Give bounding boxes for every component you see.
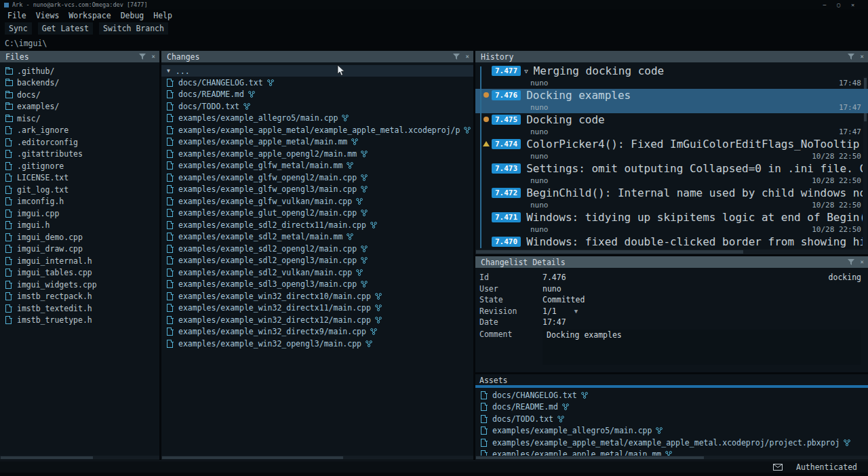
toolbar-button[interactable]: Switch Branch — [99, 22, 168, 35]
menu-item[interactable]: Views — [31, 11, 64, 20]
file-tree-item[interactable]: imgui_draw.cpp — [0, 243, 159, 256]
file-type-icon — [5, 197, 13, 205]
file-tree-item[interactable]: imstb_truetype.h — [0, 315, 159, 327]
file-tree-item[interactable]: .ark_ignore — [0, 125, 159, 137]
changed-file-name: examples/example_glfw_opengl3/main.cpp — [178, 184, 357, 194]
file-tree-item[interactable]: examples/ — [0, 101, 159, 113]
changed-file-row[interactable]: docs/TODO.txt — [161, 100, 473, 113]
file-tree-item[interactable]: imconfig.h — [0, 196, 159, 208]
filter-icon[interactable] — [848, 259, 854, 265]
asset-row[interactable]: docs/README.md — [475, 401, 868, 414]
commit-row[interactable]: 7.477 ▽ Merging docking code nuno 17:48 — [475, 64, 868, 89]
file-tree-item[interactable]: imgui_demo.cpp — [0, 231, 159, 243]
file-tree-item[interactable]: .gitignore — [0, 160, 159, 172]
minimize-icon[interactable]: — — [823, 2, 827, 8]
changed-file-row[interactable]: examples/example_win32_directx9/main.cpp — [161, 326, 473, 338]
changed-file-row[interactable]: examples/example_sdl3_opengl3/main.cpp — [161, 279, 473, 291]
file-tree-item[interactable]: .github/ — [0, 65, 159, 77]
close-panel-icon[interactable]: ✕ — [152, 54, 155, 60]
filter-icon[interactable] — [139, 54, 146, 60]
commit-row[interactable]: 7.471 Windows: tidying up skipitems logi… — [475, 211, 868, 235]
assets-hscrollbar[interactable] — [475, 456, 868, 460]
changed-file-row[interactable]: docs/README.md — [161, 89, 473, 101]
commit-graph-marker — [484, 92, 489, 98]
maximize-icon[interactable]: ▢ — [837, 2, 840, 8]
branch-change-icon — [361, 210, 368, 216]
file-tree-item[interactable]: imstb_rectpack.h — [0, 291, 159, 303]
toolbar-button[interactable]: Sync — [5, 22, 32, 35]
menu-item[interactable]: File — [3, 11, 31, 20]
file-tree-item[interactable]: imgui.cpp — [0, 207, 159, 220]
file-tree-item[interactable]: LICENSE.txt — [0, 172, 159, 184]
changed-file-row[interactable]: examples/example_win32_directx10/main.cp… — [161, 290, 473, 302]
document-icon — [481, 415, 488, 423]
close-panel-icon[interactable]: ✕ — [861, 259, 864, 265]
menu-item[interactable]: Help — [149, 11, 177, 20]
changed-file-row[interactable]: examples/example_sdl2_opengl2/main.cpp — [161, 243, 473, 255]
changes-hscrollbar-thumb[interactable] — [162, 456, 343, 459]
changed-file-row[interactable]: examples/example_apple_metal/example_app… — [161, 124, 473, 136]
assets-hscrollbar-thumb[interactable] — [476, 456, 704, 459]
files-hscrollbar-thumb[interactable] — [1, 456, 93, 459]
asset-row[interactable]: docs/CHANGELOG.txt — [475, 389, 868, 401]
menu-item[interactable]: Workspace — [64, 11, 115, 20]
filter-icon[interactable] — [848, 54, 854, 60]
asset-row[interactable]: docs/TODO.txt — [475, 413, 868, 425]
commit-row[interactable]: 7.475 Docking code nuno 17:47 — [475, 113, 868, 138]
close-panel-icon[interactable]: ✕ — [861, 54, 864, 60]
file-tree-item[interactable]: misc/ — [0, 113, 159, 125]
changed-file-row[interactable]: examples/example_sdl2_vulkan/main.cpp — [161, 266, 473, 279]
commit-row[interactable]: 7.470 Windows: fixed double-clicked bord… — [475, 235, 868, 250]
asset-row[interactable]: examples/example_allegro5/main.cpp — [475, 425, 868, 437]
revision-badge: 7.475 — [492, 115, 521, 125]
file-tree-item[interactable]: imgui_widgets.cpp — [0, 279, 159, 291]
close-panel-icon[interactable]: ✕ — [466, 54, 469, 60]
changed-file-row[interactable]: examples/example_sdl2_metal/main.mm — [161, 231, 473, 243]
asset-row[interactable]: examples/example_apple_metal/example_app… — [475, 437, 868, 449]
files-hscrollbar[interactable] — [0, 456, 159, 460]
changed-file-row[interactable]: examples/example_win32_directx11/main.cp… — [161, 302, 473, 315]
changed-file-row[interactable]: examples/example_glut_opengl2/main.cpp — [161, 207, 473, 220]
detail-row-revision: Revision 1/1 ▼ — [475, 306, 868, 317]
file-tree-item[interactable]: imgui_tables.cpp — [0, 267, 159, 279]
file-tree-item[interactable]: backends/ — [0, 77, 159, 90]
toolbar-button[interactable]: Get Latest — [38, 22, 93, 35]
file-tree-item[interactable]: imgui_internal.h — [0, 255, 159, 267]
changed-file-row[interactable]: examples/example_sdl2_directx11/main.cpp — [161, 219, 473, 231]
changed-file-row[interactable]: examples/example_sdl2_opengl3/main.cpp — [161, 255, 473, 267]
file-tree-item[interactable]: docs/ — [0, 89, 159, 101]
asset-name: docs/TODO.txt — [492, 414, 553, 424]
close-icon[interactable]: ✕ — [851, 2, 854, 8]
menu-item[interactable]: Debug — [116, 11, 149, 20]
history-hscrollbar[interactable] — [475, 250, 868, 254]
changed-file-row[interactable]: examples/example_win32_directx12/main.cp… — [161, 314, 473, 326]
changes-root-node[interactable]: ▼ ... — [161, 65, 473, 77]
changed-file-row[interactable]: examples/example_glfw_opengl3/main.cpp — [161, 184, 473, 196]
changed-file-row[interactable]: examples/example_apple_metal/main.mm — [161, 136, 473, 148]
changed-file-row[interactable]: examples/example_glfw_opengl2/main.cpp — [161, 172, 473, 184]
file-tree-item[interactable]: git_log.txt — [0, 184, 159, 196]
commit-row[interactable]: 7.476 Docking examples nuno 17:47 — [475, 89, 868, 113]
file-tree-item[interactable]: .gitattributes — [0, 148, 159, 161]
asset-row[interactable]: examples/example_apple_metal/main.mm — [475, 449, 868, 456]
mail-icon[interactable] — [773, 464, 783, 471]
chevron-down-icon[interactable]: ▼ — [167, 68, 170, 74]
changed-file-row[interactable]: examples/example_allegro5/main.cpp — [161, 113, 473, 125]
branch-change-icon — [351, 138, 358, 145]
changed-file-row[interactable]: examples/example_apple_opengl2/main.mm — [161, 148, 473, 160]
commit-row[interactable]: 7.474 ColorPicker4(): Fixed ImGuiColorEd… — [475, 138, 868, 162]
commit-row[interactable]: 7.472 BeginChild(): Internal name used b… — [475, 186, 868, 211]
file-tree-item[interactable]: imstb_textedit.h — [0, 302, 159, 315]
commit-graph-line — [480, 66, 481, 248]
file-tree-item[interactable]: .editorconfig — [0, 136, 159, 148]
filter-icon[interactable] — [453, 54, 460, 60]
file-tree-item[interactable]: imgui.h — [0, 220, 159, 232]
changed-file-row[interactable]: docs/CHANGELOG.txt — [161, 77, 473, 89]
history-hscrollbar-thumb[interactable] — [476, 250, 743, 254]
changed-file-row[interactable]: examples/example_glfw_vulkan/main.cpp — [161, 195, 473, 207]
changed-file-row[interactable]: examples/example_glfw_metal/main.mm — [161, 160, 473, 172]
changes-hscrollbar[interactable] — [161, 456, 473, 460]
revision-dropdown-icon[interactable]: ▼ — [574, 308, 578, 315]
changed-file-row[interactable]: examples/example_win32_opengl3/main.cpp — [161, 338, 473, 350]
commit-row[interactable]: 7.473 Settings: omit outputing Collapsed… — [475, 162, 868, 186]
